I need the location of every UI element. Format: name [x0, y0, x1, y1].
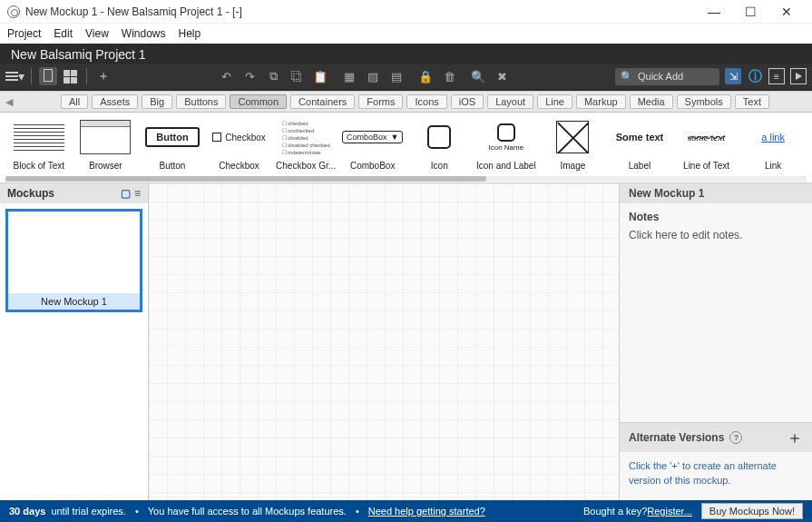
gallery-item-checkbox-gr-[interactable]: checkeduncheckeddisableddisabled checked… [272, 116, 339, 171]
info-icon[interactable]: ⓘ [747, 68, 763, 85]
menu-project[interactable]: Project [7, 27, 41, 40]
notes-panel-icon[interactable]: ≡ [768, 68, 785, 84]
notes-section[interactable]: Notes Click here to edit notes. [620, 203, 812, 422]
zoom-icon[interactable]: 🔍 [469, 67, 487, 85]
notes-placeholder: Click here to edit notes. [629, 229, 803, 241]
component-gallery: Block of TextBrowserButtonButtonCheckbox… [0, 113, 812, 183]
menu-edit[interactable]: Edit [54, 27, 73, 40]
project-header: New Balsamiq Project 1 ▾ ＋ ↶ ↷ ⧉ ⿻ 📋 ▦ ▨… [0, 44, 812, 91]
category-tab-symbols[interactable]: Symbols [677, 94, 731, 109]
menu-help[interactable]: Help [179, 27, 201, 40]
gallery-thumb: some text [673, 116, 740, 158]
category-tab-icons[interactable]: Icons [406, 94, 446, 109]
view-list-icon[interactable] [39, 67, 57, 85]
gallery-item-icon-and-label[interactable]: Icon NameIcon and Label [473, 116, 540, 171]
panel-list-icon[interactable]: ≡ [134, 187, 141, 200]
gallery-item-checkbox[interactable]: CheckboxCheckbox [206, 116, 273, 171]
category-tab-forms[interactable]: Forms [358, 94, 403, 109]
markup-toggle-icon[interactable]: ✖ [493, 67, 511, 85]
inspector-panel: New Mockup 1 Notes Click here to edit no… [620, 183, 812, 500]
main-area: Mockups ▢ ≡ New Mockup 1 New Mockup 1 No… [0, 183, 812, 500]
gallery-item-label: Checkbox Gr... [276, 161, 336, 171]
trial-days: 30 days [9, 506, 45, 517]
gallery-item-label: Block of Text [14, 161, 65, 171]
gallery-thumb: Some text [606, 116, 673, 158]
category-tab-markup[interactable]: Markup [576, 94, 626, 109]
gallery-item-line-of-text[interactable]: some textLine of Text [673, 116, 740, 171]
canvas[interactable] [149, 183, 620, 500]
gallery-thumb [73, 116, 140, 158]
gallery-thumb: a link [739, 116, 807, 158]
quick-add-input[interactable]: 🔍 Quick Add [615, 68, 719, 85]
mockup-preview [8, 212, 140, 293]
gallery-item-icon[interactable]: Icon [406, 116, 473, 171]
group-icon[interactable]: ▦ [340, 67, 358, 85]
present-icon[interactable] [790, 68, 807, 84]
help-icon[interactable]: ? [729, 431, 742, 444]
gallery-item-block-of-text[interactable]: Block of Text [5, 116, 73, 171]
share-icon[interactable]: ⇲ [725, 68, 741, 84]
scroll-left-icon[interactable]: ◀ [5, 96, 20, 108]
gallery-scrollbar[interactable] [5, 176, 807, 182]
gallery-thumb [406, 116, 473, 158]
gallery-item-label: Link [765, 161, 781, 171]
ungroup-icon[interactable]: ▨ [364, 67, 382, 85]
gallery-item-label: Line of Text [683, 161, 729, 171]
alternate-versions-section: Alternate Versions ? ＋ Click the '+' to … [620, 422, 812, 500]
copy-icon[interactable]: ⿻ [288, 67, 306, 85]
panel-expand-icon[interactable]: ▢ [121, 187, 131, 200]
gallery-item-browser[interactable]: Browser [73, 116, 140, 171]
quick-add-placeholder: Quick Add [638, 71, 683, 82]
lock-icon[interactable]: 🔒 [416, 67, 435, 85]
category-tab-line[interactable]: Line [537, 94, 572, 109]
add-alternate-button[interactable]: ＋ [787, 427, 803, 448]
minimize-button[interactable]: — [696, 5, 732, 19]
category-tab-assets[interactable]: Assets [92, 94, 138, 109]
access-text: You have full access to all Mockups feat… [148, 506, 347, 517]
category-tab-all[interactable]: All [61, 94, 88, 109]
category-tab-big[interactable]: Big [142, 94, 172, 109]
bought-key-text: Bought a key? [583, 506, 647, 517]
delete-icon[interactable]: 🗑 [440, 67, 458, 85]
category-tab-text[interactable]: Text [735, 94, 769, 109]
help-link[interactable]: Need help getting started? [368, 506, 485, 517]
mockup-tile-label: New Mockup 1 [8, 293, 140, 310]
gallery-thumb [5, 116, 73, 158]
category-tab-ios[interactable]: iOS [451, 94, 484, 109]
gallery-thumb: Button [139, 116, 206, 158]
maximize-button[interactable]: ☐ [732, 5, 768, 19]
category-tab-containers[interactable]: Containers [290, 94, 355, 109]
gallery-item-label: Icon [431, 161, 448, 171]
gallery-item-label: Label [629, 161, 651, 171]
category-tab-layout[interactable]: Layout [487, 94, 533, 109]
gallery-item-label: Button [159, 161, 185, 171]
view-grid-icon[interactable] [61, 67, 79, 85]
status-bar: 30 days until trial expires. You have fu… [0, 500, 812, 522]
close-button[interactable]: ✕ [768, 5, 805, 19]
trial-text: until trial expires. [51, 506, 126, 517]
buy-button[interactable]: Buy Mockups Now! [701, 503, 803, 519]
add-icon[interactable]: ＋ [94, 67, 113, 85]
gallery-item-image[interactable]: Image [540, 116, 607, 171]
alt-versions-hint: Click the '+' to create an alternate ver… [620, 452, 812, 500]
gallery-thumb: checkeduncheckeddisableddisabled checked… [272, 116, 339, 158]
gallery-item-label[interactable]: Some textLabel [606, 116, 673, 171]
duplicate-icon[interactable]: ⧉ [264, 67, 282, 85]
category-tab-buttons[interactable]: Buttons [176, 94, 226, 109]
gallery-item-label: Checkbox [219, 161, 259, 171]
gallery-item-combobox[interactable]: ComboBox▼ComboBox [339, 116, 406, 171]
register-link[interactable]: Register... [647, 506, 692, 517]
redo-icon[interactable]: ↷ [240, 67, 259, 85]
bring-front-icon[interactable]: ▤ [387, 67, 406, 85]
gallery-item-button[interactable]: ButtonButton [139, 116, 206, 171]
gallery-item-link[interactable]: a linkLink [739, 116, 807, 171]
menu-icon[interactable]: ▾ [5, 67, 24, 85]
menu-view[interactable]: View [85, 27, 109, 40]
category-tab-media[interactable]: Media [630, 94, 673, 109]
mockup-tile[interactable]: New Mockup 1 [5, 209, 142, 312]
menu-windows[interactable]: Windows [122, 27, 166, 40]
category-tab-common[interactable]: Common [230, 94, 287, 109]
main-toolbar: ▾ ＋ ↶ ↷ ⧉ ⿻ 📋 ▦ ▨ ▤ 🔒 🗑 🔍 ✖ 🔍 [0, 64, 812, 89]
undo-icon[interactable]: ↶ [217, 67, 235, 85]
paste-icon[interactable]: 📋 [311, 67, 329, 85]
